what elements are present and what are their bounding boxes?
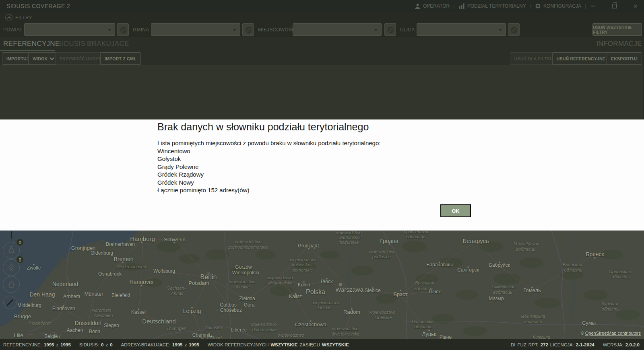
dialog-line: Wincentowo — [157, 147, 380, 155]
export-button-label: EKSPORTUJ — [611, 56, 638, 61]
status-segment: RPT: — [528, 342, 539, 347]
map-label: mazurskie — [339, 240, 359, 245]
map-label: Vlaanderen — [29, 321, 52, 325]
menu-territory[interactable]: PODZIAŁ TERYTORIALNY — [458, 3, 526, 9]
map-label: Düsseldorf — [75, 320, 102, 326]
map-label: Zielona — [239, 296, 255, 301]
map-label: lubelskie — [375, 315, 392, 320]
gear-icon — [535, 3, 541, 9]
measure-tool-remnant — [11, 231, 12, 239]
import-gml-button[interactable]: IMPORT Z GML — [100, 52, 141, 65]
map-label: Bielefeld — [111, 292, 130, 298]
map[interactable]: HamburgSchwerinBremerhavenGroningenOlden… — [0, 231, 644, 339]
copyright-symbol: © — [581, 331, 585, 336]
map-label: Салігорск — [457, 267, 479, 273]
map-label: Leipzig — [183, 308, 201, 314]
map-label: warmińsko- — [339, 235, 361, 240]
osm-link[interactable]: OpenStreetMap contributors — [585, 331, 641, 336]
import-button-label: IMPORTUJ — [6, 56, 29, 61]
dialog-line: Gołystok — [157, 155, 380, 163]
map-home-button[interactable] — [3, 276, 20, 293]
status-segment: z — [184, 342, 187, 347]
powiat-clear-button[interactable] — [117, 23, 129, 36]
menu-separator: | — [530, 3, 531, 9]
clear-all-filters-button[interactable]: USUŃ WSZYSTKIE FILTRY — [592, 23, 642, 36]
tab-referencyjne[interactable]: REFERENCYJNE — [3, 40, 60, 48]
menu-configuration[interactable]: KONFIGURACJA — [535, 3, 581, 9]
menu-separator: | — [453, 3, 454, 9]
map-label: łódzkie — [318, 305, 331, 310]
map-label: Zwolle — [27, 265, 41, 271]
collapse-filters-icon[interactable] — [5, 14, 12, 21]
export-button[interactable]: EKSPORTUJ — [607, 52, 642, 65]
delete-reference-button[interactable]: USUŃ REFERENCYJNE — [552, 52, 610, 65]
map-label: województwo — [335, 231, 361, 235]
map-label: Liberec — [231, 327, 246, 333]
block-icon — [388, 27, 394, 33]
status-segment: 2-1-2024 — [576, 342, 594, 347]
view-button[interactable]: WIDOK — [28, 52, 58, 65]
minimize-icon — [591, 6, 595, 6]
status-segment: 0 — [110, 342, 112, 347]
miejscowosc-dropdown[interactable] — [293, 23, 382, 36]
toolbar: IMPORTUJ WIDOK PRZYWRÓĆ UKRYTE IMPORT Z … — [0, 51, 644, 67]
map-label: Волинська — [412, 319, 433, 324]
ulica-label: ULICA — [400, 27, 415, 33]
map-label: Wolfsburg — [153, 268, 175, 274]
house-signal-icon — [7, 263, 16, 272]
map-label: Мазыр — [489, 296, 504, 301]
map-label: Gorzów — [235, 264, 252, 270]
map-label: Nederland — [52, 281, 78, 287]
map-label: вобласць — [493, 290, 512, 294]
map-label: Aachen — [67, 327, 83, 333]
chevron-down-icon — [233, 29, 236, 31]
powiat-dropdown[interactable] — [24, 23, 115, 36]
map-label: wielkopolskie — [268, 280, 294, 285]
miejscowosc-clear-button[interactable] — [384, 23, 396, 36]
tab-informacje[interactable]: INFORMACJE — [597, 40, 642, 48]
map-label: Чернігівська — [519, 314, 545, 319]
map-label: Konin — [298, 282, 310, 288]
status-segment: 1995 — [172, 342, 183, 347]
minimize-button[interactable] — [588, 2, 597, 10]
window-controls: ✕ — [587, 0, 642, 12]
map-label: Магілёўская — [514, 241, 539, 246]
map-label: pomorskie — [293, 268, 313, 272]
status-segment: 0 — [101, 342, 103, 347]
map-label: Гомель — [523, 287, 541, 293]
map-label: Беларусь — [462, 237, 489, 244]
map-label: вобласць — [406, 234, 425, 239]
gmina-clear-button[interactable] — [242, 23, 254, 36]
map-label: województwo — [369, 249, 395, 254]
map-label: Гродна — [380, 238, 398, 244]
ok-button[interactable]: OK — [440, 204, 471, 217]
close-button[interactable]: ✕ — [631, 2, 640, 10]
tab-sidusis[interactable]: SIDUSIS — [57, 40, 85, 48]
map-attribution: © OpenStreetMap contributors — [581, 331, 641, 336]
tab-brakujace[interactable]: BRAKUJACE — [87, 40, 129, 48]
map-label: Sachsen — [205, 325, 222, 330]
map-label: Polska — [306, 288, 325, 296]
restore-button[interactable] — [610, 2, 619, 10]
app-title: SIDUSIS COVERAGE 2 — [6, 3, 70, 9]
map-label: область — [564, 268, 582, 272]
filters-header-row: FILTRY — [0, 12, 644, 23]
menu-operator-label: OPERATOR — [423, 3, 450, 9]
map-draw-button[interactable] — [3, 296, 17, 309]
dialog-line: Łącznie pominięto 152 adresy(ów) — [157, 186, 380, 194]
chevron-down-icon — [499, 29, 502, 31]
menu-operator[interactable]: OPERATOR — [415, 3, 450, 9]
ulica-clear-button[interactable] — [508, 23, 520, 36]
status-segment: 2.0.2.0 — [625, 342, 640, 347]
gmina-dropdown[interactable] — [151, 23, 240, 36]
ulica-dropdown[interactable] — [417, 23, 506, 36]
map-label: Schwerin — [164, 237, 185, 243]
coverage-count-badge: 0 — [17, 256, 23, 263]
status-segment: DI — [511, 342, 516, 347]
map-label: Брэст — [394, 291, 408, 297]
map-label: zachodniopomorskie — [228, 245, 269, 249]
delete-for-filter-button[interactable]: USUŃ DLA FILTRU — [510, 52, 557, 65]
map-label: Oldenburg — [91, 250, 113, 256]
map-label: Wielkopolski — [232, 270, 259, 276]
dialog-line: Grądy Polewne — [157, 163, 380, 171]
